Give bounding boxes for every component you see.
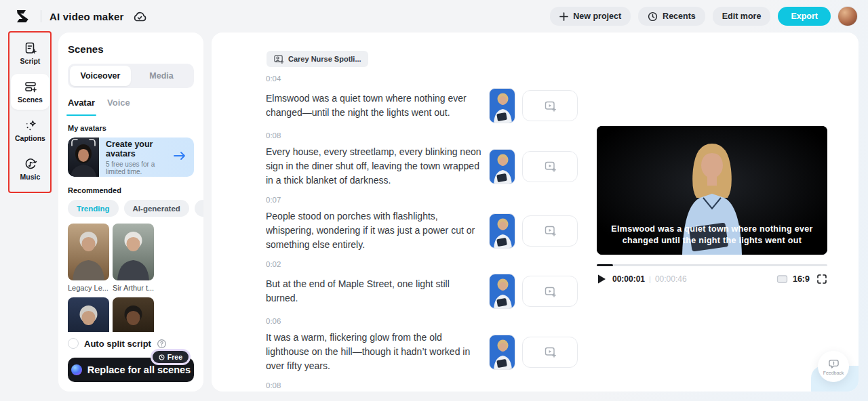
sidebar-item-captions[interactable]: Captions <box>11 112 50 148</box>
segment-timestamp: 0:08 <box>266 381 578 391</box>
auto-split-toggle[interactable] <box>68 338 79 349</box>
thumb-person-figure <box>490 335 515 370</box>
segment-avatar-thumbnail[interactable] <box>489 274 515 309</box>
aspect-ratio-label: 16:9 <box>793 274 810 284</box>
banner-title: Create your avatars <box>106 140 171 159</box>
segment-text[interactable]: But at the end of Maple Street, one ligh… <box>266 277 484 305</box>
export-button[interactable]: Export <box>778 7 831 26</box>
avatar-card[interactable] <box>113 297 154 332</box>
banner-avatar-photo <box>68 138 99 177</box>
segment-timestamp: 0:02 <box>266 260 578 270</box>
auto-split-row: Auto split script <box>68 337 194 350</box>
topbar: AI video maker New project Recents Edit … <box>0 0 868 33</box>
avatar-cell: Honorable ... <box>68 297 109 332</box>
music-icon <box>24 157 37 171</box>
segment-timestamp: 0:07 <box>266 196 578 205</box>
avatar-card[interactable] <box>113 224 154 280</box>
segment-avatar-thumbnail[interactable] <box>489 335 515 370</box>
video-caption: Elmswood was a quiet town where nothing … <box>597 224 827 246</box>
tab-voiceover[interactable]: Voiceover <box>70 66 131 86</box>
sidebar-item-scenes[interactable]: Scenes <box>11 74 50 110</box>
segment-text[interactable]: People stood on porches with flashlights… <box>266 209 484 252</box>
add-media-button[interactable] <box>522 276 578 307</box>
add-media-button[interactable] <box>522 215 578 247</box>
script-segment: 0:07 People stood on porches with flashl… <box>266 196 578 252</box>
segment-avatar-thumbnail[interactable] <box>489 213 515 249</box>
sidebar-item-script[interactable]: Script <box>11 35 50 71</box>
segment-text[interactable]: It was a warm, flickering glow from the … <box>266 331 484 373</box>
capcut-logo-icon[interactable] <box>15 8 33 24</box>
chip-ai-generated[interactable]: AI-generated <box>124 200 189 217</box>
avatar-card[interactable] <box>68 297 109 332</box>
play-icon <box>597 274 606 284</box>
help-icon[interactable] <box>157 339 167 349</box>
avatar-grid: Legacy Le... Sir Arthur t... <box>68 224 194 332</box>
feedback-button[interactable]: Feedback <box>818 351 849 382</box>
chip-professional[interactable]: Profes <box>195 200 203 217</box>
ai-orb-icon <box>71 364 82 375</box>
create-avatars-banner[interactable]: Create your avatars 5 free uses for a li… <box>68 138 194 177</box>
scene-person-add-icon <box>273 54 284 64</box>
thumb-person-figure <box>490 274 515 309</box>
segment-timestamp: 0:04 <box>266 75 578 84</box>
voiceover-media-switch: Voiceover Media <box>68 64 194 88</box>
add-media-icon <box>544 345 557 358</box>
free-badge-label: Free <box>167 353 182 361</box>
segment-avatar-thumbnail[interactable] <box>489 88 515 123</box>
segment-timestamp: 0:08 <box>266 131 578 141</box>
scenes-panel-scroll[interactable]: Scenes Voiceover Media Avatar Voice My a… <box>58 33 203 332</box>
tab-avatar[interactable]: Avatar <box>68 98 95 113</box>
script-segment: 0:02 But at the end of Maple Street, one… <box>266 260 578 309</box>
sidebar-item-label: Captions <box>15 134 45 142</box>
avatar-person-figure <box>68 297 109 332</box>
avatar-cell: Legacy Le... <box>68 224 109 292</box>
sidebar-item-label: Music <box>20 173 41 181</box>
free-clock-icon <box>159 354 165 360</box>
fullscreen-icon <box>816 274 827 284</box>
edit-more-button[interactable]: Edit more <box>713 7 771 26</box>
add-media-button[interactable] <box>522 90 578 121</box>
recents-label: Recents <box>663 12 696 21</box>
recommended-label: Recommended <box>68 186 194 194</box>
playback-progress-bar[interactable] <box>597 264 827 266</box>
category-chips: Trending AI-generated Profes <box>68 200 194 217</box>
tab-voice[interactable]: Voice <box>107 98 130 113</box>
segment-text[interactable]: Elmswood was a quiet town where nothing … <box>266 91 484 120</box>
cloud-sync-icon[interactable] <box>132 10 147 23</box>
banner-subtitle: 5 free uses for a limited time. <box>106 161 171 175</box>
time-divider: | <box>649 275 651 283</box>
sidebar-item-music[interactable]: Music <box>11 151 50 187</box>
fullscreen-button[interactable] <box>816 274 827 284</box>
add-media-button[interactable] <box>522 337 578 368</box>
segment-avatar-thumbnail[interactable] <box>489 149 515 184</box>
user-avatar[interactable] <box>838 7 857 26</box>
video-preview[interactable]: Elmswood was a quiet town where nothing … <box>597 126 827 255</box>
tab-media[interactable]: Media <box>131 66 192 86</box>
segment-text[interactable]: Every house, every streetlamp, every bli… <box>266 145 484 188</box>
avatar-person-figure <box>113 224 154 280</box>
thumb-person-figure <box>490 150 515 184</box>
export-label: Export <box>791 12 818 21</box>
scenes-panel-footer: Auto split script Free Replace for all s… <box>58 332 203 392</box>
add-media-button[interactable] <box>522 151 578 182</box>
edit-more-label: Edit more <box>722 12 762 21</box>
add-media-icon <box>544 285 557 298</box>
caption-line-1: Elmswood was a quiet town where nothing … <box>597 224 827 235</box>
arrow-right-icon[interactable] <box>171 151 194 163</box>
chip-trending[interactable]: Trending <box>68 200 119 217</box>
scene-title-chip[interactable]: Carey Nurse Spotli... <box>267 51 368 67</box>
new-project-button[interactable]: New project <box>550 7 631 26</box>
scenes-panel: Scenes Voiceover Media Avatar Voice My a… <box>58 33 203 392</box>
clock-icon <box>648 12 658 22</box>
recents-button[interactable]: Recents <box>638 7 705 26</box>
avatar-card[interactable] <box>68 224 109 280</box>
script-segment: 0:04 Elmswood was a quiet town where not… <box>266 75 578 123</box>
avatar-cell <box>113 297 154 332</box>
feedback-label: Feedback <box>823 371 844 375</box>
my-avatars-label: My avatars <box>68 124 194 132</box>
thumb-person-figure <box>490 214 515 249</box>
avatar-name: Sir Arthur t... <box>113 284 154 292</box>
play-button[interactable] <box>597 274 606 284</box>
aspect-ratio-button[interactable] <box>776 274 789 284</box>
scene-title-label: Carey Nurse Spotli... <box>288 55 361 63</box>
